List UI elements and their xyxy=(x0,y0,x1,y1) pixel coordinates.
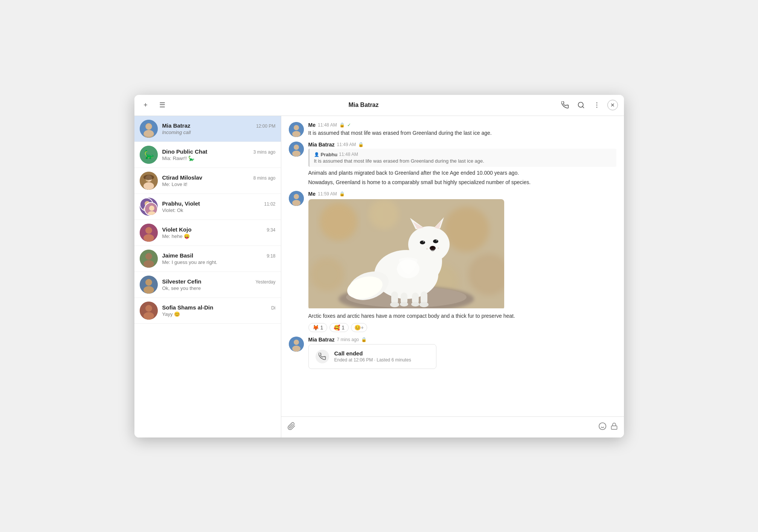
message-row-3: Me 11:59 AM 🔒 xyxy=(289,191,616,332)
conv-name-prabhu-violet: Prabhu, Violet xyxy=(162,200,200,207)
add-button[interactable]: + xyxy=(140,100,151,110)
svg-point-42 xyxy=(294,194,299,199)
conv-name-ctirad: Ctirad Miloslav xyxy=(162,174,203,181)
conv-preview-silvester: Ok, see you there xyxy=(162,285,276,291)
conv-top-violet: Violet Kojo 9:34 xyxy=(162,226,276,233)
svg-point-27 xyxy=(145,253,152,260)
msg-sender-2: Mia Batraz xyxy=(308,142,335,148)
call-title: Call ended xyxy=(334,350,411,357)
app-window: + ☰ Mia Batraz ✕ xyxy=(134,95,624,437)
avatar-sofia xyxy=(140,302,158,320)
conv-item-violet[interactable]: Violet Kojo 9:34 Me: hehe 😛 xyxy=(134,220,281,246)
msg-lock-4: 🔒 xyxy=(361,337,367,342)
svg-point-63 xyxy=(419,302,429,307)
search-icon[interactable] xyxy=(576,100,586,110)
conv-top-mia: Mia Batraz 12:00 PM xyxy=(162,122,276,129)
svg-point-87 xyxy=(599,422,605,429)
msg-avatar-me-1 xyxy=(289,122,304,137)
add-reaction-button[interactable]: 😊+ xyxy=(351,323,367,332)
conv-item-prabhu-violet[interactable]: Prabhu, Violet 11:02 Violet: Ok xyxy=(134,194,281,220)
svg-rect-16 xyxy=(143,175,154,180)
messages-area: Me 11:48 AM 🔒 ✓ It is assumed that most … xyxy=(281,116,624,416)
svg-point-24 xyxy=(145,227,152,234)
conv-preview-sofia: Yayy 😊 xyxy=(162,311,276,317)
conv-info-violet: Violet Kojo 9:34 Me: hehe 😛 xyxy=(162,226,276,239)
conv-preview-jaime: Me: I guess you are right. xyxy=(162,259,276,265)
svg-point-28 xyxy=(143,260,154,268)
svg-point-34 xyxy=(143,312,154,320)
conv-item-jaime[interactable]: Jaime Basil 9:18 Me: I guess you are rig… xyxy=(134,246,281,272)
message-input[interactable] xyxy=(300,424,594,430)
svg-point-43 xyxy=(292,200,300,206)
svg-point-76 xyxy=(435,239,437,241)
avatar-mia xyxy=(140,120,158,138)
attachment-button[interactable] xyxy=(287,422,296,432)
conv-time-mia: 12:00 PM xyxy=(256,123,275,129)
conv-item-mia[interactable]: Mia Batraz 12:00 PM Incoming call xyxy=(134,116,281,142)
msg-lock-2: 🔒 xyxy=(358,142,364,147)
call-detail: Ended at 12:06 PM · Lasted 6 minutes xyxy=(334,357,411,363)
reaction-heart-eyes[interactable]: 🥰 1 xyxy=(329,323,349,332)
svg-point-3 xyxy=(596,105,597,106)
svg-point-75 xyxy=(422,241,424,242)
msg-sender-1: Me xyxy=(308,122,316,128)
msg-body-4: Mia Batraz 7 mins ago 🔒 Call en xyxy=(308,337,616,369)
conv-item-ctirad[interactable]: Ctirad Miloslav 8 mins ago Me: Love it! xyxy=(134,168,281,194)
message-row-2: Mia Batraz 11:49 AM 🔒 👤 Prabhu 11:48 AM … xyxy=(289,142,616,186)
conv-item-sofia[interactable]: Sofia Shams al-Din Di Yayy 😊 xyxy=(134,298,281,324)
arctic-fox-image xyxy=(308,199,504,308)
encryption-icon xyxy=(610,422,618,432)
conv-time-sofia: Di xyxy=(271,305,275,311)
conv-name-jaime: Jaime Basil xyxy=(162,252,194,259)
conv-info-mia: Mia Batraz 12:00 PM Incoming call xyxy=(162,122,276,135)
header-left: + ☰ xyxy=(140,100,168,110)
menu-button[interactable]: ☰ xyxy=(157,100,168,110)
more-menu-icon[interactable] xyxy=(592,100,602,110)
svg-point-46 xyxy=(444,207,489,252)
conv-top-silvester: Silvester Cefin Yesterday xyxy=(162,278,276,285)
svg-point-82 xyxy=(438,247,439,249)
input-right xyxy=(598,422,618,432)
conversation-list: Mia Batraz 12:00 PM Incoming call 🦕 xyxy=(134,116,281,437)
svg-line-1 xyxy=(582,107,584,108)
input-area xyxy=(281,416,624,437)
avatar-prabhu-violet xyxy=(140,198,158,216)
call-icon[interactable] xyxy=(560,100,570,110)
svg-point-80 xyxy=(431,246,435,248)
conv-time-violet: 9:34 xyxy=(267,227,275,233)
msg-header-1: Me 11:48 AM 🔒 ✓ xyxy=(308,122,616,128)
conv-item-dino[interactable]: 🦕 Dino Public Chat 3 mins ago Mia: Rawr!… xyxy=(134,142,281,168)
close-button[interactable]: ✕ xyxy=(607,100,618,110)
conv-top-ctirad: Ctirad Miloslav 8 mins ago xyxy=(162,174,276,181)
msg-avatar-me-2 xyxy=(289,191,304,206)
svg-point-60 xyxy=(390,302,399,307)
svg-point-40 xyxy=(292,151,300,157)
msg-header-4: Mia Batraz 7 mins ago 🔒 xyxy=(308,337,616,343)
svg-point-47 xyxy=(369,199,399,229)
avatar-dino: 🦕 xyxy=(140,146,158,164)
call-ended-card: Call ended Ended at 12:06 PM · Lasted 6 … xyxy=(308,344,436,369)
svg-point-61 xyxy=(400,302,408,306)
header-right: ✕ xyxy=(560,100,618,110)
sidebar: Mia Batraz 12:00 PM Incoming call 🦕 xyxy=(134,116,281,437)
conv-preview-mia: Incoming call xyxy=(162,130,276,135)
conv-top-dino: Dino Public Chat 3 mins ago xyxy=(162,148,276,155)
svg-point-37 xyxy=(292,131,300,137)
reaction-fox[interactable]: 🦊 1 xyxy=(308,323,328,332)
msg-time-2: 11:49 AM xyxy=(337,142,356,147)
conv-time-ctirad: 8 mins ago xyxy=(253,175,276,181)
chat-panel: Me 11:48 AM 🔒 ✓ It is assumed that most … xyxy=(281,116,624,437)
header: + ☰ Mia Batraz ✕ xyxy=(134,95,624,116)
avatar-violet xyxy=(140,224,158,242)
conv-preview-violet: Me: hehe 😛 xyxy=(162,233,276,239)
svg-point-36 xyxy=(294,125,299,130)
msg-time-1: 11:48 AM xyxy=(318,122,337,128)
svg-rect-90 xyxy=(611,426,617,429)
svg-point-65 xyxy=(408,226,450,262)
msg-quote-sender-2: 👤 Prabhu 11:48 AM xyxy=(314,152,612,157)
conv-time-silvester: Yesterday xyxy=(256,279,276,285)
emoji-button[interactable] xyxy=(598,422,607,432)
conv-preview-dino: Mia: Rawr!! 🦕 xyxy=(162,155,276,161)
svg-point-14 xyxy=(143,182,154,190)
conv-item-silvester[interactable]: Silvester Cefin Yesterday Ok, see you th… xyxy=(134,272,281,298)
